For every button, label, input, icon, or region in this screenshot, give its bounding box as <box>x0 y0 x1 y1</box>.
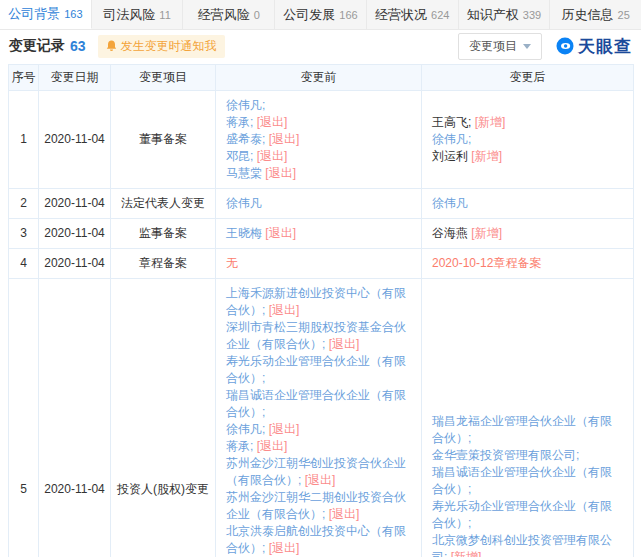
tab-6[interactable]: 历史信息25 <box>550 0 641 29</box>
tianyancha-logo-icon <box>556 37 574 55</box>
tab-5[interactable]: 知识产权339 <box>459 0 551 29</box>
change-entries-cell: 徐伟凡 <box>422 189 634 219</box>
table-row: 42020-11-04章程备案无2020-10-12章程备案 <box>9 249 634 279</box>
seq-cell: 4 <box>9 249 39 279</box>
item-cell: 法定代表人变更 <box>111 189 216 219</box>
entry-line: 马慧棠 [退出] <box>226 165 411 182</box>
change-status-tag: [退出] <box>265 166 296 180</box>
tab-0[interactable]: 公司背景163 <box>0 0 92 29</box>
item-cell: 董事备案 <box>111 91 216 189</box>
section-title: 变更记录 <box>9 37 65 55</box>
entity-link[interactable]: 蒋承; <box>226 439 253 453</box>
change-status-tag: [退出] <box>269 422 300 436</box>
entity-link[interactable]: 徐伟凡; <box>226 422 265 436</box>
change-status-tag: [退出] <box>257 115 288 129</box>
entity-link[interactable]: 马慧棠 <box>226 166 262 180</box>
entity-link[interactable]: 邓昆; <box>226 149 253 163</box>
table-header-row: 序号 变更日期 变更项目 变更前 变更后 <box>9 65 634 91</box>
section-count: 63 <box>70 38 86 54</box>
entity-link[interactable]: 深圳市青松三期股权投资基金合伙企业（有限合伙）; <box>226 320 406 351</box>
entry-line: 寿光乐动企业管理合伙企业（有限合伙）; <box>432 498 623 532</box>
tab-count: 339 <box>523 9 541 21</box>
entity-text: 无 <box>226 256 238 270</box>
tab-label: 公司发展 <box>283 6 335 24</box>
change-item-filter-dropdown[interactable]: 变更项目 <box>458 33 542 60</box>
chevron-down-icon <box>523 44 531 49</box>
entry-line: 刘运利 [新增] <box>432 148 623 165</box>
entry-line: 北京洪泰启航创业投资中心（有限合伙）; [退出] <box>226 523 411 557</box>
entity-link[interactable]: 瑞昌龙福企业管理合伙企业（有限合伙）; <box>432 414 612 445</box>
entity-link[interactable]: 盛希泰; <box>226 132 265 146</box>
change-status-tag: [新增] <box>471 149 502 163</box>
tab-count: 25 <box>618 9 630 21</box>
entry-line: 蒋承; [退出] <box>226 438 411 455</box>
entity-link[interactable]: 徐伟凡 <box>432 196 468 210</box>
entity-link[interactable]: 蒋承; <box>226 115 253 129</box>
tab-count: 0 <box>254 9 260 21</box>
entry-line: 寿光乐动企业管理合伙企业（有限合伙）; <box>226 353 411 387</box>
entity-link[interactable]: 金华壹策投资管理有限公司; <box>432 448 579 462</box>
entity-link[interactable]: 瑞昌诚语企业管理合伙企业（有限合伙）; <box>432 465 612 496</box>
entity-link[interactable]: 苏州金沙江朝华二期创业投资合伙企业（有限合伙）; <box>226 490 406 521</box>
entry-line: 北京微梦创科创业投资管理有限公司; [新增] <box>432 532 623 557</box>
tab-3[interactable]: 公司发展166 <box>275 0 367 29</box>
table-row: 52020-11-04投资人(股权)变更上海禾源新进创业投资中心（有限合伙）; … <box>9 279 634 557</box>
entry-line: 2020-10-12章程备案 <box>432 255 623 272</box>
entity-link[interactable]: 瑞昌诚语企业管理合伙企业（有限合伙）; <box>226 388 406 419</box>
table-row: 12020-11-04董事备案徐伟凡;蒋承; [退出]盛希泰; [退出]邓昆; … <box>9 91 634 189</box>
entry-line: 王晓梅 [退出] <box>226 225 411 242</box>
table-row: 32020-11-04监事备案王晓梅 [退出]谷海燕 [新增] <box>9 219 634 249</box>
entity-link[interactable]: 徐伟凡 <box>226 196 262 210</box>
tab-label: 司法风险 <box>103 6 155 24</box>
header-change-date: 变更日期 <box>39 65 111 91</box>
entry-line: 金华壹策投资管理有限公司; <box>432 447 623 464</box>
change-status-tag: [退出] <box>269 541 300 555</box>
change-entries-cell: 上海禾源新进创业投资中心（有限合伙）; [退出]深圳市青松三期股权投资基金合伙企… <box>216 279 422 557</box>
entry-line: 王高飞; [新增] <box>432 114 623 131</box>
tab-4[interactable]: 经营状况624 <box>367 0 459 29</box>
notify-change-label: 发生变更时通知我 <box>121 38 217 55</box>
tab-1[interactable]: 司法风险11 <box>92 0 184 29</box>
tab-2[interactable]: 经营风险0 <box>183 0 275 29</box>
entity-text: 刘运利 <box>432 149 468 163</box>
entry-line: 苏州金沙江朝华二期创业投资合伙企业（有限合伙）; [退出] <box>226 489 411 523</box>
entity-link[interactable]: 北京洪泰启航创业投资中心（有限合伙）; <box>226 524 406 555</box>
entry-line: 上海禾源新进创业投资中心（有限合伙）; [退出] <box>226 285 411 319</box>
item-cell: 监事备案 <box>111 219 216 249</box>
date-cell: 2020-11-04 <box>39 91 111 189</box>
entry-line: 谷海燕 [新增] <box>432 225 623 242</box>
tab-label: 经营风险 <box>198 6 250 24</box>
entity-link[interactable]: 上海禾源新进创业投资中心（有限合伙）; <box>226 286 406 317</box>
entity-link[interactable]: 寿光乐动企业管理合伙企业（有限合伙）; <box>226 354 406 385</box>
change-status-tag: [新增] <box>451 550 482 557</box>
entity-link[interactable]: 徐伟凡; <box>432 132 471 146</box>
date-cell: 2020-11-04 <box>39 189 111 219</box>
bell-icon <box>106 40 117 52</box>
entity-link[interactable]: 寿光乐动企业管理合伙企业（有限合伙）; <box>432 499 612 530</box>
change-entries-cell: 2020-10-12章程备案 <box>422 249 634 279</box>
date-cell: 2020-11-04 <box>39 249 111 279</box>
change-entries-cell: 徐伟凡;蒋承; [退出]盛希泰; [退出]邓昆; [退出]马慧棠 [退出] <box>216 91 422 189</box>
tab-count: 166 <box>339 9 357 21</box>
header-change-item: 变更项目 <box>111 65 216 91</box>
entry-line: 邓昆; [退出] <box>226 148 411 165</box>
entry-line: 徐伟凡; [退出] <box>226 421 411 438</box>
seq-cell: 1 <box>9 91 39 189</box>
tab-count: 624 <box>431 9 449 21</box>
entity-text: 王高飞; <box>432 115 471 129</box>
tab-label: 知识产权 <box>467 6 519 24</box>
header-seq: 序号 <box>9 65 39 91</box>
change-status-tag: [退出] <box>257 439 288 453</box>
tianyancha-logo[interactable]: 天眼查 <box>556 35 632 58</box>
entity-link[interactable]: 徐伟凡; <box>226 98 265 112</box>
notify-change-button[interactable]: 发生变更时通知我 <box>98 35 225 58</box>
entity-text: 2020-10-12章程备案 <box>432 256 541 270</box>
tab-count: 163 <box>64 8 82 20</box>
tab-count: 11 <box>159 9 170 21</box>
top-tab-bar: 公司背景163司法风险11经营风险0公司发展166经营状况624知识产权339历… <box>0 0 641 30</box>
item-cell: 章程备案 <box>111 249 216 279</box>
item-cell: 投资人(股权)变更 <box>111 279 216 557</box>
entry-line: 瑞昌龙福企业管理合伙企业（有限合伙）; <box>432 413 623 447</box>
entry-line: 盛希泰; [退出] <box>226 131 411 148</box>
entity-link[interactable]: 王晓梅 <box>226 226 262 240</box>
